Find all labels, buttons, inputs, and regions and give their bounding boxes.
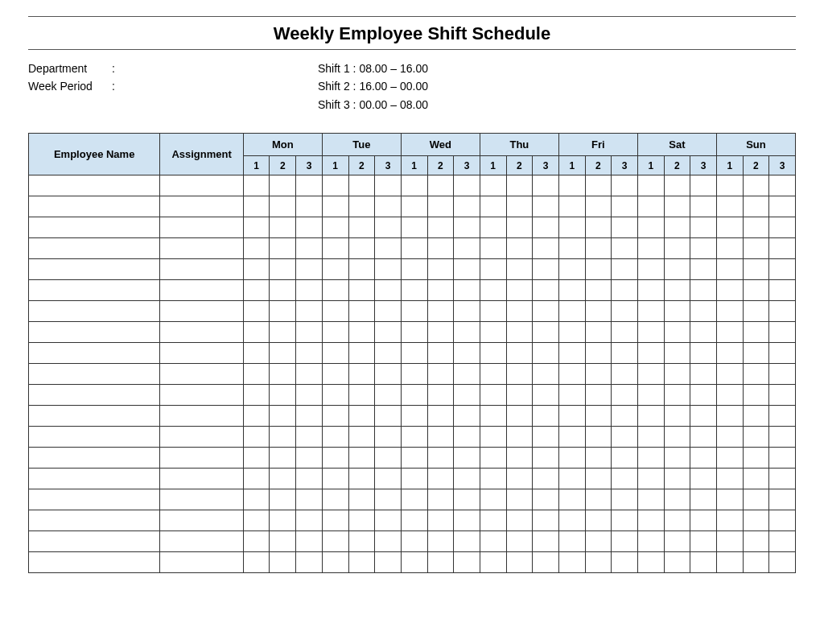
table-cell[interactable]	[506, 217, 533, 238]
table-cell[interactable]	[427, 280, 454, 301]
table-cell[interactable]	[480, 385, 506, 406]
table-cell[interactable]	[348, 489, 375, 510]
table-cell[interactable]	[270, 196, 296, 217]
table-cell[interactable]	[270, 259, 296, 280]
table-cell[interactable]	[296, 385, 323, 406]
table-cell[interactable]	[296, 301, 323, 322]
table-cell[interactable]	[29, 364, 160, 385]
table-cell[interactable]	[558, 322, 585, 343]
table-cell[interactable]	[612, 385, 638, 406]
table-cell[interactable]	[612, 196, 638, 217]
table-cell[interactable]	[348, 427, 375, 448]
table-cell[interactable]	[637, 238, 664, 259]
table-cell[interactable]	[480, 196, 506, 217]
table-cell[interactable]	[612, 531, 638, 552]
table-cell[interactable]	[348, 175, 375, 196]
table-cell[interactable]	[243, 259, 270, 280]
table-cell[interactable]	[716, 489, 743, 510]
table-cell[interactable]	[160, 196, 243, 217]
table-cell[interactable]	[743, 448, 769, 469]
table-cell[interactable]	[769, 427, 796, 448]
table-cell[interactable]	[716, 510, 743, 531]
table-cell[interactable]	[160, 259, 243, 280]
table-cell[interactable]	[427, 301, 454, 322]
table-cell[interactable]	[558, 448, 585, 469]
table-cell[interactable]	[322, 301, 348, 322]
table-cell[interactable]	[716, 259, 743, 280]
table-cell[interactable]	[664, 406, 690, 427]
table-cell[interactable]	[375, 238, 402, 259]
table-cell[interactable]	[160, 552, 243, 573]
table-cell[interactable]	[454, 322, 480, 343]
table-cell[interactable]	[664, 343, 690, 364]
table-cell[interactable]	[533, 489, 559, 510]
table-cell[interactable]	[29, 552, 160, 573]
table-cell[interactable]	[322, 196, 348, 217]
table-cell[interactable]	[401, 469, 427, 489]
table-cell[interactable]	[664, 322, 690, 343]
table-cell[interactable]	[558, 531, 585, 552]
table-cell[interactable]	[637, 531, 664, 552]
table-cell[interactable]	[637, 406, 664, 427]
table-cell[interactable]	[296, 196, 323, 217]
table-cell[interactable]	[401, 531, 427, 552]
table-cell[interactable]	[743, 343, 769, 364]
table-cell[interactable]	[612, 238, 638, 259]
table-cell[interactable]	[401, 259, 427, 280]
table-cell[interactable]	[454, 301, 480, 322]
table-cell[interactable]	[716, 301, 743, 322]
table-cell[interactable]	[454, 196, 480, 217]
table-cell[interactable]	[480, 322, 506, 343]
table-cell[interactable]	[427, 238, 454, 259]
table-cell[interactable]	[743, 489, 769, 510]
table-cell[interactable]	[585, 196, 612, 217]
table-cell[interactable]	[506, 364, 533, 385]
table-cell[interactable]	[612, 552, 638, 573]
table-cell[interactable]	[558, 552, 585, 573]
table-cell[interactable]	[296, 259, 323, 280]
table-cell[interactable]	[348, 280, 375, 301]
table-cell[interactable]	[296, 343, 323, 364]
table-cell[interactable]	[375, 385, 402, 406]
table-cell[interactable]	[243, 364, 270, 385]
table-cell[interactable]	[585, 552, 612, 573]
table-cell[interactable]	[375, 531, 402, 552]
table-cell[interactable]	[29, 510, 160, 531]
table-cell[interactable]	[743, 196, 769, 217]
table-cell[interactable]	[506, 322, 533, 343]
table-cell[interactable]	[322, 175, 348, 196]
table-cell[interactable]	[270, 217, 296, 238]
table-cell[interactable]	[454, 552, 480, 573]
table-cell[interactable]	[160, 510, 243, 531]
table-cell[interactable]	[506, 259, 533, 280]
table-cell[interactable]	[690, 406, 717, 427]
table-cell[interactable]	[29, 322, 160, 343]
table-cell[interactable]	[270, 510, 296, 531]
table-cell[interactable]	[585, 510, 612, 531]
table-cell[interactable]	[743, 322, 769, 343]
table-cell[interactable]	[690, 196, 717, 217]
table-cell[interactable]	[743, 406, 769, 427]
table-cell[interactable]	[322, 552, 348, 573]
table-cell[interactable]	[480, 217, 506, 238]
table-cell[interactable]	[558, 175, 585, 196]
table-cell[interactable]	[585, 259, 612, 280]
table-cell[interactable]	[533, 196, 559, 217]
table-cell[interactable]	[637, 385, 664, 406]
table-cell[interactable]	[160, 385, 243, 406]
table-cell[interactable]	[322, 427, 348, 448]
table-cell[interactable]	[506, 489, 533, 510]
table-cell[interactable]	[533, 322, 559, 343]
table-cell[interactable]	[296, 217, 323, 238]
table-cell[interactable]	[716, 427, 743, 448]
table-cell[interactable]	[480, 364, 506, 385]
table-cell[interactable]	[533, 364, 559, 385]
table-cell[interactable]	[558, 343, 585, 364]
table-cell[interactable]	[612, 406, 638, 427]
table-cell[interactable]	[716, 469, 743, 489]
table-cell[interactable]	[296, 322, 323, 343]
table-cell[interactable]	[716, 406, 743, 427]
table-cell[interactable]	[637, 196, 664, 217]
table-cell[interactable]	[558, 238, 585, 259]
table-cell[interactable]	[348, 406, 375, 427]
